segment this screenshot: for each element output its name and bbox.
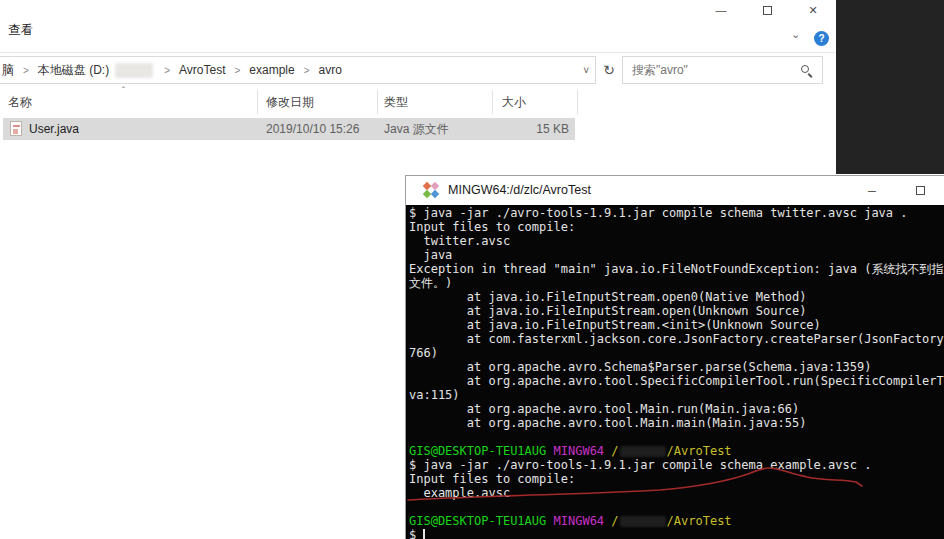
column-header-size[interactable]: 大小 — [502, 94, 526, 111]
terminal-output[interactable]: $ java -jar ./avro-tools-1.9.1.jar compi… — [406, 205, 944, 539]
column-header-type[interactable]: 类型 — [384, 94, 408, 111]
column-divider[interactable] — [492, 90, 493, 114]
background-dark-window — [836, 0, 944, 174]
breadcrumb-separator-icon: > — [157, 65, 177, 76]
redacted-folder — [115, 63, 153, 78]
mingw64-terminal-window: MINGW64:/d/zlc/AvroTest ─ $ java -jar ./… — [405, 175, 944, 539]
breadcrumb-example[interactable]: example — [247, 63, 296, 77]
redacted-path — [620, 446, 666, 457]
terminal-line: twitter.avsc — [409, 234, 944, 248]
search-icon — [800, 64, 813, 77]
terminal-line: $ java -jar ./avro-tools-1.9.1.jar compi… — [409, 458, 944, 472]
terminal-line: Exception in thread "main" java.io.FileN… — [409, 262, 944, 276]
minimize-button[interactable]: — — [698, 0, 744, 20]
file-row-user-java[interactable]: User.java 2019/10/10 15:26 Java 源文件 15 K… — [3, 118, 575, 140]
terminal-line: at java.io.FileInputStream.<init>(Unknow… — [409, 318, 944, 332]
terminal-title: MINGW64:/d/zlc/AvroTest — [448, 183, 591, 197]
terminal-line: 766) — [409, 346, 944, 360]
file-date: 2019/10/10 15:26 — [266, 122, 359, 136]
file-type: Java 源文件 — [384, 121, 449, 138]
terminal-line: at org.apache.avro.Schema$Parser.parse(S… — [409, 360, 944, 374]
prompt-path-slash: / — [611, 514, 618, 528]
ribbon-collapse-icon[interactable]: ⌄ — [791, 28, 800, 41]
prompt-dollar: $ — [409, 528, 423, 539]
terminal-line — [409, 500, 944, 514]
prompt-path-slash: / — [611, 444, 618, 458]
terminal-line: java — [409, 248, 944, 262]
breadcrumb-separator-icon: > — [297, 65, 317, 76]
search-text: 搜索"avro" — [632, 62, 688, 79]
terminal-titlebar[interactable]: MINGW64:/d/zlc/AvroTest ─ — [406, 176, 944, 205]
refresh-button[interactable]: ↻ — [598, 58, 620, 82]
terminal-line: va:115) — [409, 388, 944, 402]
prompt-path: /AvroTest — [667, 444, 732, 458]
breadcrumb-separator-icon: > — [16, 65, 36, 76]
close-button[interactable]: ✕ — [790, 0, 836, 20]
screen: — ✕ 查看 ⌄ ? 脑 > 本地磁盘 (D:) > AvroTest > ex… — [0, 0, 944, 539]
help-button[interactable]: ? — [814, 31, 829, 46]
terminal-cursor — [423, 529, 425, 539]
terminal-maximize-button[interactable] — [899, 176, 941, 205]
maximize-icon — [916, 186, 925, 195]
file-size: 15 KB — [501, 122, 569, 136]
terminal-line — [409, 430, 944, 444]
terminal-line: at com.fasterxml.jackson.core.JsonFactor… — [409, 332, 944, 346]
terminal-line: Input files to compile: — [409, 220, 944, 234]
prompt-user-host: GIS@DESKTOP-TEU1AUG — [409, 444, 546, 458]
maximize-icon — [763, 6, 772, 15]
column-header-name[interactable]: 名称 — [8, 94, 32, 111]
terminal-line: 文件。) — [409, 276, 944, 290]
maximize-button[interactable] — [744, 0, 790, 20]
prompt-user-host: GIS@DESKTOP-TEU1AUG — [409, 514, 546, 528]
redacted-path — [620, 516, 666, 527]
terminal-line: Input files to compile: — [409, 472, 944, 486]
breadcrumb-root[interactable]: 脑 — [0, 62, 16, 79]
mingw64-app-icon — [424, 183, 439, 198]
terminal-line: at org.apache.avro.tool.SpecificCompiler… — [409, 374, 944, 388]
terminal-line: GIS@DESKTOP-TEU1AUG MINGW64 //AvroTest — [409, 514, 944, 528]
prompt-path: /AvroTest — [667, 514, 732, 528]
column-divider[interactable] — [377, 90, 378, 114]
file-name: User.java — [29, 122, 79, 136]
terminal-minimize-button[interactable]: ─ — [851, 176, 893, 205]
address-dropdown-icon[interactable]: ˅ — [583, 65, 589, 76]
search-input[interactable]: 搜索"avro" — [622, 56, 823, 84]
explorer-window-controls: — ✕ — [698, 0, 836, 20]
tab-view[interactable]: 查看 — [8, 22, 33, 39]
ribbon-separator — [0, 52, 836, 53]
column-divider[interactable] — [577, 90, 578, 114]
terminal-line: GIS@DESKTOP-TEU1AUG MINGW64 //AvroTest — [409, 444, 944, 458]
prompt-shell-name: MINGW64 — [554, 444, 605, 458]
breadcrumb-avrotest[interactable]: AvroTest — [177, 63, 227, 77]
terminal-line: $ java -jar ./avro-tools-1.9.1.jar compi… — [409, 206, 944, 220]
sort-ascending-icon: ˆ — [122, 85, 125, 95]
terminal-line: $ — [409, 528, 944, 539]
breadcrumb-separator-icon: > — [227, 65, 247, 76]
terminal-line: at java.io.FileInputStream.open0(Native … — [409, 290, 944, 304]
breadcrumb[interactable]: 脑 > 本地磁盘 (D:) > AvroTest > example > avr… — [0, 56, 596, 84]
column-header-date[interactable]: 修改日期 — [266, 94, 314, 111]
terminal-line: at org.apache.avro.tool.Main.main(Main.j… — [409, 416, 944, 430]
column-divider[interactable] — [257, 90, 258, 114]
breadcrumb-drive[interactable]: 本地磁盘 (D:) — [36, 62, 111, 79]
terminal-line: at org.apache.avro.tool.Main.run(Main.ja… — [409, 402, 944, 416]
terminal-line: example.avsc — [409, 486, 944, 500]
breadcrumb-avro[interactable]: avro — [317, 63, 344, 77]
java-file-icon — [10, 121, 22, 136]
prompt-shell-name: MINGW64 — [554, 514, 605, 528]
terminal-line: at java.io.FileInputStream.open(Unknown … — [409, 304, 944, 318]
